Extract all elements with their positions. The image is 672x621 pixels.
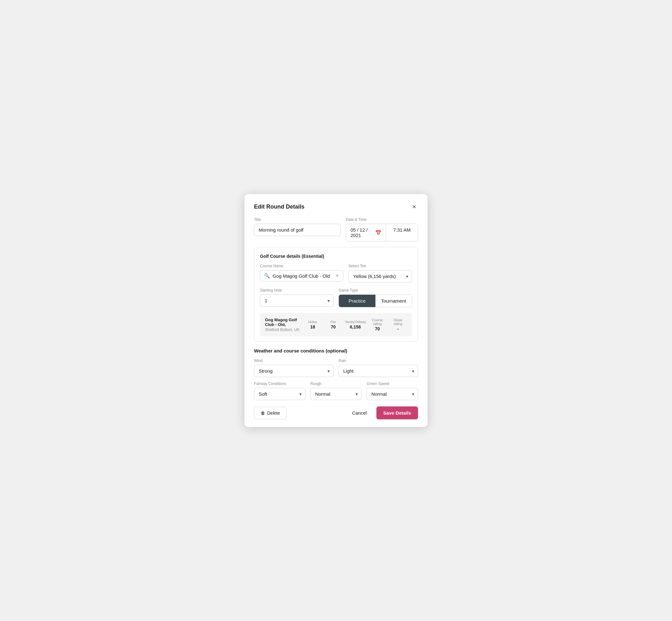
close-button[interactable]: × — [411, 203, 418, 210]
wind-rain-row: Wind Strong ▾ Rain Light ▾ — [254, 359, 418, 377]
select-tee-dropdown[interactable]: Yellow (6,156 yards) — [348, 270, 412, 282]
rain-label: Rain — [339, 359, 418, 363]
weather-section-title: Weather and course conditions (optional) — [254, 348, 418, 354]
rough-group: Rough Normal ▾ — [310, 381, 362, 400]
rough-dropdown[interactable]: Normal — [310, 388, 362, 400]
date-value: 05 / 12 / 2021 — [350, 227, 373, 238]
time-field[interactable]: 7:31 AM — [386, 224, 418, 241]
slope-rating-value: - — [389, 326, 407, 331]
tournament-button[interactable]: Tournament — [375, 295, 412, 307]
footer-right: Cancel Save Details — [348, 406, 418, 419]
course-name-input-row: 🔍 × — [260, 270, 343, 282]
starting-hole-game-type-row: Starting Hole 1 ▾ Game Type Practice Tou… — [260, 288, 412, 307]
datetime-label: Date & Time — [346, 217, 418, 222]
modal-header: Edit Round Details × — [254, 203, 418, 210]
fairway-dropdown[interactable]: Soft — [254, 388, 305, 400]
course-tee-row: Course Name 🔍 × Select Tee Yellow (6,156… — [260, 264, 412, 282]
course-name-input[interactable] — [272, 273, 333, 279]
yards-label: Yards(Yellow) — [345, 320, 366, 324]
course-info-box: Gog Magog Golf Club - Old, Shelford Bott… — [260, 313, 412, 336]
starting-hole-wrapper: 1 ▾ — [260, 294, 333, 307]
edit-round-modal: Edit Round Details × Title Date & Time 0… — [245, 194, 427, 427]
course-info-main-name: Gog Magog Golf Club - Old, — [265, 318, 301, 327]
fairway-rough-green-row: Fairway Conditions Soft ▾ Rough Normal ▾ — [254, 381, 418, 400]
green-speed-wrapper: Normal ▾ — [367, 388, 418, 400]
clear-course-button[interactable]: × — [335, 273, 339, 278]
starting-hole-group: Starting Hole 1 ▾ — [260, 288, 333, 307]
yards-stat: Yards(Yellow) 6,156 — [345, 320, 366, 329]
fairway-wrapper: Soft ▾ — [254, 388, 305, 400]
course-rating-stat: Course rating 70 — [369, 318, 386, 331]
course-info-name: Gog Magog Golf Club - Old, Shelford Bott… — [265, 318, 301, 332]
golf-course-section: Golf Course details (Essential) Course N… — [254, 247, 418, 342]
holes-value: 18 — [303, 324, 322, 329]
title-label: Title — [254, 217, 341, 222]
title-group: Title — [254, 217, 341, 241]
course-rating-value: 70 — [369, 326, 386, 331]
holes-stat: Holes 18 — [303, 320, 322, 329]
date-field[interactable]: 05 / 12 / 2021 📅 — [346, 224, 386, 241]
save-button[interactable]: Save Details — [376, 406, 418, 419]
modal-title: Edit Round Details — [254, 204, 304, 210]
par-value: 70 — [324, 324, 342, 329]
course-info-location: Shelford Bottom, UK — [265, 328, 301, 332]
cancel-button[interactable]: Cancel — [348, 407, 371, 419]
rain-wrapper: Light ▾ — [339, 365, 418, 377]
golf-section-title: Golf Course details (Essential) — [260, 254, 412, 259]
game-type-label: Game Type — [339, 288, 412, 292]
starting-hole-label: Starting Hole — [260, 288, 333, 292]
slope-rating-stat: Slope rating - — [389, 318, 407, 331]
rough-wrapper: Normal ▾ — [310, 388, 362, 400]
calendar-icon: 📅 — [375, 230, 381, 236]
title-input[interactable] — [254, 224, 341, 236]
select-tee-label: Select Tee — [348, 264, 412, 268]
delete-label: Delete — [267, 411, 280, 416]
title-datetime-row: Title Date & Time 05 / 12 / 2021 📅 7:31 … — [254, 217, 418, 241]
delete-button[interactable]: 🗑 Delete — [254, 407, 287, 419]
weather-section: Weather and course conditions (optional)… — [254, 348, 418, 400]
rain-dropdown[interactable]: Light — [339, 365, 418, 377]
green-speed-dropdown[interactable]: Normal — [367, 388, 418, 400]
select-tee-group: Select Tee Yellow (6,156 yards) ▾ — [348, 264, 412, 282]
course-rating-label: Course rating — [369, 318, 386, 326]
course-name-group: Course Name 🔍 × — [260, 264, 343, 282]
wind-dropdown[interactable]: Strong — [254, 365, 333, 377]
course-name-label: Course Name — [260, 264, 343, 268]
yards-value: 6,156 — [345, 324, 366, 329]
datetime-group: Date & Time 05 / 12 / 2021 📅 7:31 AM — [346, 217, 418, 241]
date-time-row: 05 / 12 / 2021 📅 7:31 AM — [346, 224, 418, 241]
game-type-toggle: Practice Tournament — [339, 294, 412, 307]
trash-icon: 🗑 — [261, 411, 265, 416]
footer-row: 🗑 Delete Cancel Save Details — [254, 406, 418, 419]
wind-wrapper: Strong ▾ — [254, 365, 333, 377]
rain-group: Rain Light ▾ — [339, 359, 418, 377]
fairway-group: Fairway Conditions Soft ▾ — [254, 381, 305, 400]
par-stat: Par 70 — [324, 320, 342, 329]
holes-label: Holes — [303, 320, 322, 324]
green-speed-group: Green Speed Normal ▾ — [367, 381, 418, 400]
starting-hole-dropdown[interactable]: 1 — [260, 294, 333, 307]
fairway-label: Fairway Conditions — [254, 381, 305, 386]
game-type-group: Game Type Practice Tournament — [339, 288, 412, 307]
wind-group: Wind Strong ▾ — [254, 359, 333, 377]
slope-rating-label: Slope rating — [389, 318, 407, 326]
practice-button[interactable]: Practice — [339, 295, 375, 307]
green-speed-label: Green Speed — [367, 381, 418, 386]
select-tee-wrapper: Yellow (6,156 yards) ▾ — [348, 270, 412, 282]
search-icon: 🔍 — [264, 273, 270, 279]
rough-label: Rough — [310, 381, 362, 386]
par-label: Par — [324, 320, 342, 324]
wind-label: Wind — [254, 359, 333, 363]
